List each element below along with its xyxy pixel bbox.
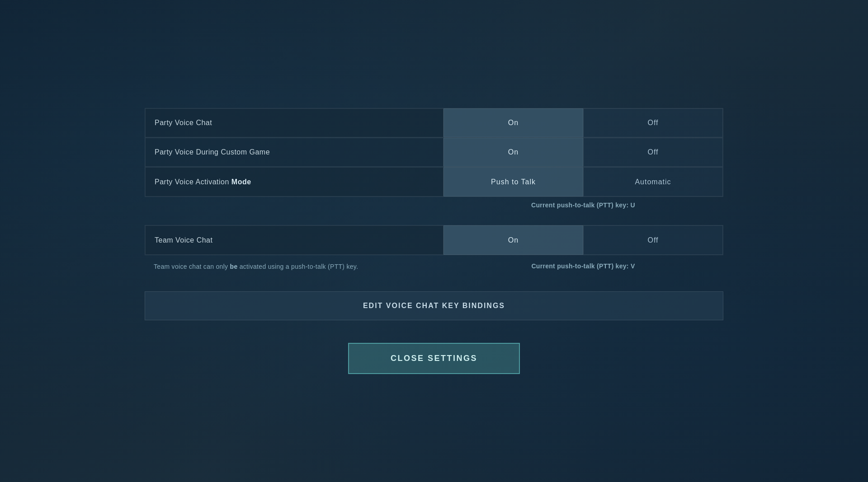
party-voice-activation-label-cell: Party Voice Activation Mode <box>145 167 443 197</box>
party-ptt-info-row: Current push-to-talk (PTT) key: U <box>145 197 723 211</box>
close-settings-wrapper: CLOSE SETTINGS <box>145 343 723 374</box>
party-voice-activation-options: Push to Talk Automatic <box>443 167 723 197</box>
team-voice-info-left: Team voice chat can only be activated us… <box>145 260 443 273</box>
party-voice-custom-game-options: On Off <box>443 138 723 167</box>
team-voice-chat-label: Team Voice Chat <box>155 236 212 244</box>
party-voice-custom-game-on-btn[interactable]: On <box>443 138 583 167</box>
party-voice-custom-game-label-cell: Party Voice During Custom Game <box>145 138 443 167</box>
party-voice-custom-game-row: Party Voice During Custom Game On Off <box>145 138 723 167</box>
team-voice-chat-label-cell: Team Voice Chat <box>145 225 443 255</box>
party-voice-automatic-btn[interactable]: Automatic <box>583 167 723 197</box>
party-voice-block: Party Voice Chat On Off Party Voice Duri… <box>145 108 723 197</box>
settings-container: Party Voice Chat On Off Party Voice Duri… <box>145 108 723 374</box>
party-voice-chat-row: Party Voice Chat On Off <box>145 108 723 138</box>
party-voice-chat-label-cell: Party Voice Chat <box>145 108 443 137</box>
team-voice-block: Team Voice Chat On Off <box>145 225 723 255</box>
team-ptt-info-right: Current push-to-talk (PTT) key: V <box>443 260 723 272</box>
party-voice-chat-label: Party Voice Chat <box>155 119 212 127</box>
party-voice-custom-game-off-btn[interactable]: Off <box>583 138 723 167</box>
party-voice-chat-off-btn[interactable]: Off <box>583 108 723 137</box>
team-ptt-key-text: Current push-to-talk (PTT) key: V <box>531 262 635 270</box>
team-voice-chat-off-btn[interactable]: Off <box>583 225 723 255</box>
party-voice-activation-label: Party Voice Activation Mode <box>155 178 251 186</box>
team-voice-chat-on-btn[interactable]: On <box>443 225 583 255</box>
team-voice-info-text: Team voice chat can only be activated us… <box>154 263 358 270</box>
edit-bindings-button[interactable]: EDIT VOICE CHAT KEY BINDINGS <box>145 291 723 320</box>
section-divider-2 <box>145 278 723 291</box>
party-voice-custom-game-label: Party Voice During Custom Game <box>155 148 270 156</box>
party-ptt-info-right: Current push-to-talk (PTT) key: U <box>443 201 723 209</box>
team-voice-chat-options: On Off <box>443 225 723 255</box>
party-ptt-key-text: Current push-to-talk (PTT) key: U <box>531 201 635 209</box>
close-settings-button[interactable]: CLOSE SETTINGS <box>348 343 520 374</box>
party-voice-chat-options: On Off <box>443 108 723 137</box>
team-voice-info-row: Team voice chat can only be activated us… <box>145 255 723 278</box>
section-divider <box>145 211 723 225</box>
party-voice-push-to-talk-btn[interactable]: Push to Talk <box>443 167 583 197</box>
party-voice-chat-on-btn[interactable]: On <box>443 108 583 137</box>
party-voice-activation-row: Party Voice Activation Mode Push to Talk… <box>145 167 723 197</box>
team-voice-chat-row: Team Voice Chat On Off <box>145 225 723 255</box>
